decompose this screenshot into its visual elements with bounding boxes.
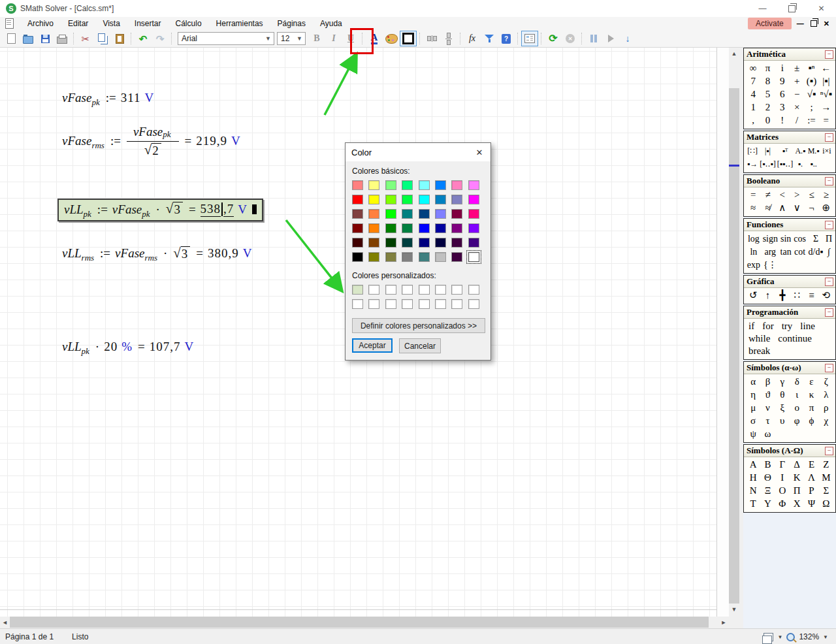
- save-button[interactable]: [37, 31, 54, 46]
- new-button[interactable]: [3, 31, 20, 46]
- play-button[interactable]: [602, 31, 619, 46]
- math-symbol-button[interactable]: ▪ⁿ: [804, 62, 818, 74]
- greek-letter-button[interactable]: Φ: [775, 498, 790, 510]
- color-swatch[interactable]: [385, 223, 396, 233]
- graph-tool-button[interactable]: ↑: [760, 289, 775, 302]
- custom-color-swatch[interactable]: [402, 299, 413, 309]
- math-symbol-button[interactable]: ⊕: [819, 202, 833, 214]
- math-symbol-button[interactable]: /: [790, 114, 804, 127]
- function-button[interactable]: exp: [746, 259, 762, 271]
- math-symbol-button[interactable]: ⁿ√▪: [819, 88, 833, 101]
- color-swatch[interactable]: [468, 209, 479, 219]
- math-symbol-button[interactable]: =: [746, 189, 760, 201]
- greek-letter-button[interactable]: ϕ: [804, 415, 818, 427]
- greek-letter-button[interactable]: σ: [746, 415, 760, 427]
- custom-color-swatch[interactable]: [402, 285, 413, 295]
- math-symbol-button[interactable]: 6: [775, 88, 790, 101]
- color-swatch[interactable]: [435, 252, 446, 262]
- greek-letter-button[interactable]: ω: [760, 428, 775, 440]
- greek-letter-button[interactable]: ε: [804, 376, 818, 388]
- border-button[interactable]: [400, 31, 417, 46]
- panel-header[interactable]: Símbolos (α-ω) −: [744, 362, 835, 374]
- math-symbol-button[interactable]: ∨: [790, 202, 804, 214]
- color-swatch[interactable]: [451, 209, 462, 219]
- color-swatch[interactable]: [419, 238, 430, 248]
- color-swatch[interactable]: [368, 223, 379, 233]
- programming-keyword-button[interactable]: line: [799, 320, 816, 332]
- open-button[interactable]: [20, 31, 37, 46]
- color-swatch[interactable]: [368, 209, 379, 219]
- color-swatch[interactable]: [368, 180, 379, 190]
- color-swatch[interactable]: [368, 252, 379, 262]
- greek-letter-button[interactable]: η: [746, 389, 760, 401]
- greek-letter-button[interactable]: τ: [760, 415, 775, 427]
- color-swatch[interactable]: [368, 195, 379, 204]
- color-swatch[interactable]: [402, 238, 413, 248]
- color-swatch[interactable]: [435, 180, 446, 190]
- custom-color-swatch[interactable]: [451, 285, 462, 295]
- graph-tool-button[interactable]: ⟲: [819, 289, 833, 302]
- menu-item[interactable]: Herramientas: [209, 18, 270, 29]
- programming-keyword-button[interactable]: try: [781, 320, 794, 332]
- greek-letter-button[interactable]: Ρ: [804, 485, 818, 497]
- greek-letter-button[interactable]: Ψ: [804, 498, 818, 510]
- math-symbol-button[interactable]: <: [775, 189, 790, 201]
- greek-letter-button[interactable]: Ω: [819, 498, 833, 510]
- collapse-icon[interactable]: −: [825, 447, 833, 455]
- menu-item[interactable]: Editar: [61, 18, 95, 29]
- function-button[interactable]: arg: [762, 246, 779, 258]
- math-symbol-button[interactable]: ±: [790, 62, 804, 74]
- zoom-magnifier-icon[interactable]: [786, 633, 795, 641]
- programming-keyword-button[interactable]: break: [748, 345, 771, 357]
- function-button[interactable]: tan: [779, 246, 793, 258]
- custom-color-swatch[interactable]: [419, 299, 430, 309]
- greek-letter-button[interactable]: Λ: [804, 472, 818, 484]
- greek-letter-button[interactable]: Ο: [775, 485, 790, 497]
- color-swatch[interactable]: [419, 195, 430, 204]
- side-panel-toggle-button[interactable]: [521, 31, 538, 46]
- italic-button[interactable]: I: [325, 31, 342, 46]
- collapse-icon[interactable]: −: [825, 364, 833, 372]
- interrupt-button[interactable]: ✕: [562, 31, 579, 46]
- greek-letter-button[interactable]: Δ: [790, 459, 804, 471]
- greek-letter-button[interactable]: ρ: [819, 402, 833, 414]
- color-swatch[interactable]: [451, 180, 462, 190]
- greek-letter-button[interactable]: λ: [819, 389, 833, 401]
- greek-letter-button[interactable]: Μ: [819, 472, 833, 484]
- custom-color-swatch[interactable]: [368, 299, 379, 309]
- custom-color-swatch[interactable]: [435, 285, 446, 295]
- vertical-scrollbar[interactable]: ▲ ▼: [729, 48, 739, 615]
- color-swatch[interactable]: [468, 238, 479, 248]
- math-symbol-button[interactable]: ≤: [804, 189, 818, 201]
- greek-letter-button[interactable]: Α: [746, 459, 760, 471]
- greek-letter-button[interactable]: κ: [804, 389, 818, 401]
- reference-book-button[interactable]: ?: [498, 31, 515, 46]
- filter-button[interactable]: [481, 31, 498, 46]
- color-swatch[interactable]: [402, 180, 413, 190]
- math-symbol-button[interactable]: |▪|: [819, 75, 833, 88]
- color-swatch[interactable]: [435, 223, 446, 233]
- math-symbol-button[interactable]: +: [790, 75, 804, 88]
- math-symbol-button[interactable]: M.▪: [807, 145, 820, 157]
- function-button[interactable]: sign: [762, 233, 779, 245]
- formula-vll-rms[interactable]: vLLrms:=vFaserms·√3=380,9V: [62, 246, 252, 261]
- math-symbol-button[interactable]: |▪|: [759, 145, 777, 157]
- custom-color-swatch[interactable]: [385, 285, 396, 295]
- dialog-close-button[interactable]: ✕: [468, 143, 490, 161]
- color-swatch[interactable]: [468, 180, 479, 190]
- greek-letter-button[interactable]: Υ: [760, 498, 775, 510]
- scroll-right-icon[interactable]: ►: [718, 617, 729, 628]
- mdi-close-button[interactable]: ✕: [824, 20, 829, 28]
- math-symbol-button[interactable]: ▪.: [794, 158, 807, 170]
- custom-color-swatch[interactable]: [451, 299, 462, 309]
- greek-letter-button[interactable]: Γ: [775, 459, 790, 471]
- math-symbol-button[interactable]: ▪ᵀ: [777, 145, 794, 157]
- color-swatch[interactable]: [368, 238, 379, 248]
- greek-letter-button[interactable]: ψ: [746, 428, 760, 440]
- scroll-down-icon[interactable]: ▼: [729, 604, 739, 615]
- math-symbol-button[interactable]: ▪..: [807, 158, 820, 170]
- cut-button[interactable]: ✂: [77, 31, 94, 46]
- chevron-down-icon[interactable]: ▼: [777, 634, 782, 640]
- custom-color-swatch[interactable]: [352, 285, 363, 295]
- math-symbol-button[interactable]: 5: [760, 88, 775, 101]
